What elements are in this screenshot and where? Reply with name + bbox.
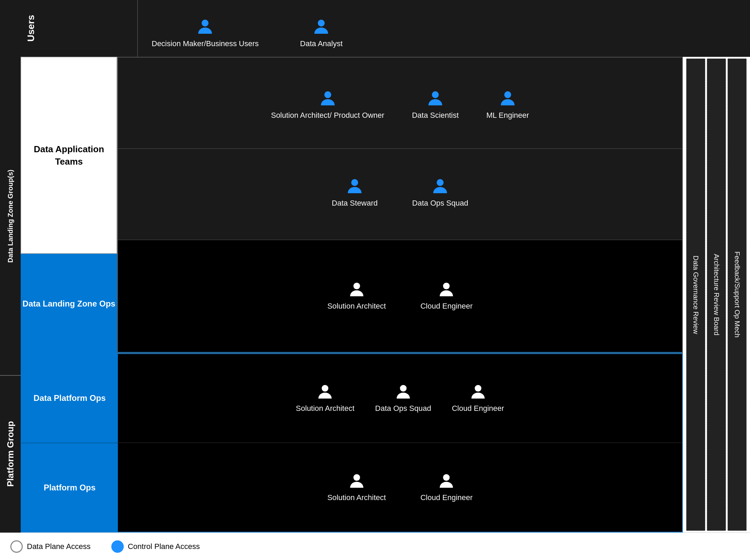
user-decision-maker-label: Decision Maker/Business Users xyxy=(152,39,259,48)
dat-content-panel: Solution Architect/ Product Owner Data S… xyxy=(118,58,682,240)
dp-data-ops-squad: Data Ops Squad xyxy=(375,383,431,413)
legend-data-plane-label: Data Plane Access xyxy=(27,542,91,551)
p-solution-architect: Solution Architect xyxy=(327,473,386,502)
dlz-ops-label-block: Data Landing Zone Ops xyxy=(21,254,117,353)
person-icon-ds xyxy=(426,90,444,107)
main-content: Data Application Teams Data Landing Zone… xyxy=(21,57,683,532)
mid-area: Data Landing Zone Group(s) Platform Grou… xyxy=(0,57,750,532)
legend-control-plane-label: Control Plane Access xyxy=(128,542,200,551)
dat-bottom-row: Data Steward Data Ops Squad xyxy=(118,149,682,240)
p-ce-label: Cloud Engineer xyxy=(420,493,473,502)
user-decision-maker: Decision Maker/Business Users xyxy=(152,18,259,48)
dp-solution-architect: Solution Architect xyxy=(296,383,354,413)
user-icon-blue-2 xyxy=(312,18,330,36)
dlz-group-section: Data Application Teams Data Landing Zone… xyxy=(21,57,683,353)
person-icon-dlz-sa xyxy=(348,281,365,298)
sidebar-architecture-review: Architecture Review Board xyxy=(707,59,726,531)
person-icon-ops xyxy=(431,177,449,195)
svg-point-2 xyxy=(324,91,331,98)
right-sidebar: Data Governance Review Architecture Revi… xyxy=(683,57,750,532)
svg-point-9 xyxy=(322,385,328,392)
person-icon-dp-ops xyxy=(395,383,412,401)
user-data-analyst: Data Analyst xyxy=(300,18,343,48)
top-spacer xyxy=(0,0,21,57)
platform-ops-label-block: Platform Ops xyxy=(21,443,118,532)
dat-block-text: Data Application Teams xyxy=(21,143,116,168)
p-sa-label: Solution Architect xyxy=(327,493,386,502)
platform-group-label: Platform Group xyxy=(0,375,21,532)
person-icon-dp-ce xyxy=(469,383,487,401)
dp-cloud-engineer: Cloud Engineer xyxy=(452,383,504,413)
legend-empty-circle xyxy=(10,540,23,553)
diagram-container: Users Decision Maker/Business Users Data… xyxy=(0,0,750,560)
svg-point-0 xyxy=(202,20,209,27)
dlz-label-col: Data Application Teams Data Landing Zone… xyxy=(21,57,117,353)
dat-data-steward: Data Steward xyxy=(332,177,378,208)
dp-ops-label: Data Ops Squad xyxy=(375,404,431,413)
dat-ds-label: Data Scientist xyxy=(412,111,459,120)
dlz-ce-label: Cloud Engineer xyxy=(420,302,473,311)
person-icon-steward xyxy=(346,177,364,195)
dlz-cloud-engineer: Cloud Engineer xyxy=(420,281,473,311)
legend-data-plane: Data Plane Access xyxy=(10,540,91,553)
person-icon-ml xyxy=(499,90,517,107)
dat-solution-architect: Solution Architect/ Product Owner xyxy=(271,90,384,120)
sidebar-data-governance: Data Governance Review xyxy=(686,59,705,531)
dp-ce-label: Cloud Engineer xyxy=(452,404,504,413)
svg-point-4 xyxy=(504,91,511,98)
person-icon-dp-sa xyxy=(316,383,334,401)
svg-point-13 xyxy=(443,474,450,481)
legend-control-plane: Control Plane Access xyxy=(111,540,200,553)
sidebar-feedback-support: Feedback/Support Op Mech xyxy=(728,59,747,531)
p-ops-block-text: Platform Ops xyxy=(44,482,96,494)
left-vlabels: Data Landing Zone Group(s) Platform Grou… xyxy=(0,57,21,532)
data-platform-ops-label-block: Data Platform Ops xyxy=(21,354,118,443)
platform-group-section: Data Platform Ops Platform Ops xyxy=(21,353,683,532)
p-ops-content-panel: Solution Architect Cloud Engineer xyxy=(118,443,682,532)
legend-filled-circle xyxy=(111,540,124,553)
svg-point-7 xyxy=(353,283,360,289)
dat-data-scientist: Data Scientist xyxy=(412,90,459,120)
svg-point-11 xyxy=(475,385,481,392)
dlz-sa-label: Solution Architect xyxy=(327,302,386,311)
dat-ml-engineer: ML Engineer xyxy=(486,90,529,120)
svg-point-8 xyxy=(443,283,450,289)
dlz-group-label: Data Landing Zone Group(s) xyxy=(0,57,21,375)
dat-ml-label: ML Engineer xyxy=(486,111,529,120)
person-icon-dlz-ce xyxy=(438,281,455,298)
svg-point-6 xyxy=(437,179,444,186)
users-row: Users Decision Maker/Business Users Data… xyxy=(0,0,750,57)
users-content: Decision Maker/Business Users Data Analy… xyxy=(138,0,667,57)
person-icon-sa xyxy=(319,90,337,107)
dat-data-ops-squad: Data Ops Squad xyxy=(412,177,468,208)
users-label: Users xyxy=(21,0,41,57)
dat-label-block: Data Application Teams xyxy=(21,57,117,254)
p-cloud-engineer: Cloud Engineer xyxy=(420,473,473,502)
dp-ops-content-panel: Solution Architect Data Ops Squad xyxy=(118,354,682,443)
dat-steward-label: Data Steward xyxy=(332,199,378,208)
dlz-content-col: Solution Architect/ Product Owner Data S… xyxy=(117,57,683,353)
dlz-ops-content-panel: Solution Architect Cloud Engineer xyxy=(118,240,682,353)
legend: Data Plane Access Control Plane Access xyxy=(0,532,750,560)
dp-sa-label: Solution Architect xyxy=(296,404,354,413)
svg-point-5 xyxy=(351,179,358,186)
dat-ops-label: Data Ops Squad xyxy=(412,199,468,208)
person-icon-p-ce xyxy=(438,473,455,490)
dlz-solution-architect: Solution Architect xyxy=(327,281,386,311)
svg-point-1 xyxy=(318,20,325,27)
platform-content-panels: Solution Architect Data Ops Squad xyxy=(118,354,682,532)
dat-top-row: Solution Architect/ Product Owner Data S… xyxy=(118,58,682,149)
dat-sa-label: Solution Architect/ Product Owner xyxy=(271,111,384,120)
dp-ops-block-text: Data Platform Ops xyxy=(33,392,105,404)
user-icon-blue xyxy=(196,18,214,36)
svg-point-10 xyxy=(400,385,406,392)
user-data-analyst-label: Data Analyst xyxy=(300,39,343,48)
platform-label-col: Data Platform Ops Platform Ops xyxy=(21,354,118,532)
right-spacer-top xyxy=(667,0,750,57)
dlz-ops-block-text: Data Landing Zone Ops xyxy=(22,298,115,310)
person-icon-p-sa xyxy=(348,473,365,490)
svg-point-12 xyxy=(353,474,360,481)
svg-point-3 xyxy=(432,91,439,98)
users-left-spacer xyxy=(41,0,138,57)
